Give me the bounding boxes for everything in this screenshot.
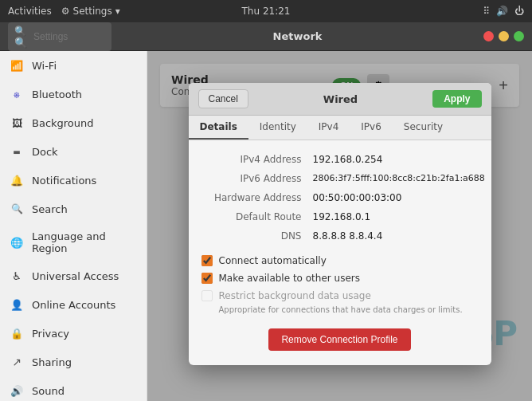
sidebar-item-label: Bluetooth xyxy=(32,88,82,100)
bluetooth-icon xyxy=(10,87,24,101)
tab-ipv6[interactable]: IPv6 xyxy=(350,116,393,140)
header-title: Network xyxy=(111,30,483,42)
info-row-route: Default Route 192.168.0.1 xyxy=(201,207,479,226)
restrict-subtext: Appropriate for connections that have da… xyxy=(201,305,479,314)
auto-connect-row: Connect automatically xyxy=(201,252,479,269)
window-controls xyxy=(483,31,524,41)
right-panel: Wired Connected ON ⚙ + ForoISP xyxy=(147,51,532,401)
sound-icon xyxy=(10,383,24,398)
sidebar-item-notifications[interactable]: Notifications xyxy=(0,166,147,195)
info-row-dns: DNS 8.8.8.8 8.8.4.4 xyxy=(201,226,479,246)
sidebar-item-label: Privacy xyxy=(32,328,69,340)
sidebar-item-search[interactable]: Search xyxy=(0,195,147,223)
sidebar-item-background[interactable]: Background xyxy=(0,108,147,137)
route-value: 192.168.0.1 xyxy=(313,211,371,222)
top-bar-left: Activities ⚙ Settings ▾ xyxy=(8,6,120,17)
sidebar-item-label: Dock xyxy=(32,146,58,158)
sidebar-item-sharing[interactable]: Sharing xyxy=(0,348,147,376)
minimize-button[interactable] xyxy=(499,31,509,41)
sidebar-item-bluetooth[interactable]: Bluetooth xyxy=(0,80,147,108)
dialog-overlay: Cancel Wired Apply Details Identity IPv4… xyxy=(147,51,532,401)
search-box[interactable]: 🔍 xyxy=(8,22,111,51)
hw-value: 00:50:00:00:03:00 xyxy=(313,192,402,203)
restrict-label: Restrict background data usage xyxy=(219,290,371,301)
main-content: Wi-Fi Bluetooth Background Dock Notifica… xyxy=(0,51,532,401)
sidebar-item-label: Language and Region xyxy=(32,230,137,254)
auto-connect-label: Connect automatically xyxy=(219,255,327,266)
dialog-header: Cancel Wired Apply xyxy=(189,83,491,116)
ipv6-value: 2806:3f7:5fff:100:8cc8:c21b:2fa1:a688 xyxy=(313,173,485,184)
maximize-button[interactable] xyxy=(514,31,524,41)
dns-value: 8.8.8.8 8.8.4.4 xyxy=(313,230,383,242)
sidebar-item-dock[interactable]: Dock xyxy=(0,137,147,166)
background-icon xyxy=(10,116,24,130)
tab-security[interactable]: Security xyxy=(393,116,454,140)
power-icon: ⏻ xyxy=(514,6,524,17)
settings-icon: ⚙ xyxy=(61,6,70,17)
dock-icon xyxy=(10,144,24,159)
search-icon: 🔍 xyxy=(14,25,29,49)
info-row-ipv4: IPv4 Address 192.168.0.254 xyxy=(201,150,479,169)
sidebar-item-access[interactable]: Universal Access xyxy=(0,261,147,290)
settings-indicator[interactable]: ⚙ Settings ▾ xyxy=(61,6,120,17)
ipv4-value: 192.168.0.254 xyxy=(313,154,383,165)
accounts-icon xyxy=(10,297,24,312)
privacy-icon xyxy=(10,326,24,340)
language-icon xyxy=(10,235,24,250)
sidebar: Wi-Fi Bluetooth Background Dock Notifica… xyxy=(0,51,147,401)
wired-dialog: Cancel Wired Apply Details Identity IPv4… xyxy=(189,83,491,365)
available-users-row: Make available to other users xyxy=(201,269,479,287)
hw-label: Hardware Address xyxy=(201,192,313,203)
dialog-title: Wired xyxy=(248,93,432,105)
sidebar-item-language[interactable]: Language and Region xyxy=(0,223,147,261)
restrict-checkbox[interactable] xyxy=(201,290,213,301)
sidebar-item-label: Sharing xyxy=(32,356,72,368)
info-row-hw: Hardware Address 00:50:00:00:03:00 xyxy=(201,188,479,207)
tab-details[interactable]: Details xyxy=(189,116,248,140)
sidebar-item-label: Sound xyxy=(32,385,65,397)
sidebar-item-label: Background xyxy=(32,117,94,129)
sidebar-item-wifi[interactable]: Wi-Fi xyxy=(0,51,147,80)
tab-identity[interactable]: Identity xyxy=(248,116,307,140)
sidebar-item-sound[interactable]: Sound xyxy=(0,376,147,401)
app-header: 🔍 Network xyxy=(0,22,532,51)
ipv4-label: IPv4 Address xyxy=(201,154,313,165)
wifi-icon xyxy=(10,58,24,73)
top-bar-right: ⠿ 🔊 ⏻ xyxy=(483,6,524,17)
sharing-icon xyxy=(10,355,24,369)
network-icon: ⠿ xyxy=(483,6,490,17)
sidebar-item-label: Wi-Fi xyxy=(32,60,57,72)
sidebar-item-label: Online Accounts xyxy=(32,299,115,311)
sidebar-item-privacy[interactable]: Privacy xyxy=(0,319,147,348)
activities-button[interactable]: Activities xyxy=(8,6,52,17)
app-window: 🔍 Network Wi-Fi Bluetooth Background xyxy=(0,22,532,401)
dialog-tabs: Details Identity IPv4 IPv6 Security xyxy=(189,116,491,140)
available-users-checkbox[interactable] xyxy=(201,273,213,284)
volume-icon: 🔊 xyxy=(496,6,508,17)
sidebar-item-label: Search xyxy=(32,203,68,215)
notifications-icon xyxy=(10,173,24,187)
ipv6-label: IPv6 Address xyxy=(201,173,313,184)
info-row-ipv6: IPv6 Address 2806:3f7:5fff:100:8cc8:c21b… xyxy=(201,169,479,188)
dialog-content: IPv4 Address 192.168.0.254 IPv6 Address … xyxy=(189,140,491,365)
apply-button[interactable]: Apply xyxy=(432,90,481,108)
route-label: Default Route xyxy=(201,211,313,222)
sidebar-item-label: Notifications xyxy=(32,175,96,187)
tab-ipv4[interactable]: IPv4 xyxy=(307,116,350,140)
sidebar-item-label: Universal Access xyxy=(32,270,119,282)
dns-label: DNS xyxy=(201,230,313,242)
sidebar-item-accounts[interactable]: Online Accounts xyxy=(0,290,147,319)
search-icon2 xyxy=(10,202,24,216)
auto-connect-checkbox[interactable] xyxy=(201,255,213,266)
checkbox-section: Connect automatically Make available to … xyxy=(201,246,479,320)
search-input[interactable] xyxy=(33,31,105,42)
close-button[interactable] xyxy=(483,31,494,41)
access-icon xyxy=(10,269,24,283)
restrict-row: Restrict background data usage xyxy=(201,287,479,305)
cancel-button[interactable]: Cancel xyxy=(198,89,248,108)
available-users-label: Make available to other users xyxy=(219,273,360,284)
remove-button[interactable]: Remove Connection Profile xyxy=(268,328,410,351)
top-bar: Activities ⚙ Settings ▾ Thu 21:21 ⠿ 🔊 ⏻ xyxy=(0,0,532,22)
top-bar-time: Thu 21:21 xyxy=(242,6,291,17)
